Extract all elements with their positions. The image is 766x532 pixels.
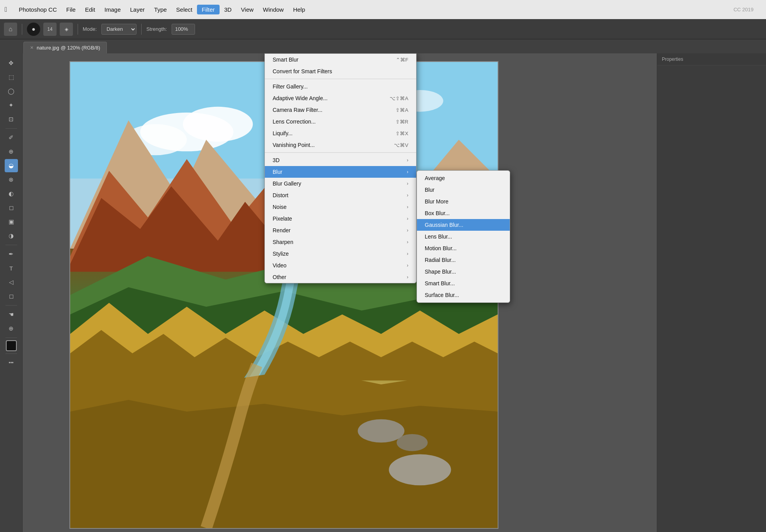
marquee-tool[interactable]: ⬚ [5, 71, 18, 84]
svg-point-20 [389, 454, 451, 486]
menu-type[interactable]: Type [149, 5, 172, 14]
shape-tool[interactable]: ◻ [5, 290, 18, 303]
filter-vanishing-label: Vanishing Point... [273, 142, 315, 148]
menu-photoshop[interactable]: Photoshop CC [14, 5, 62, 14]
pen-tool[interactable]: ✒ [5, 247, 18, 261]
filter-other-label: Other [273, 274, 286, 280]
filter-camera-raw[interactable]: Camera Raw Filter... ⇧⌘A [265, 104, 416, 116]
filter-distort-label: Distort [273, 192, 288, 198]
pressure-btn[interactable]: ◈ [60, 23, 73, 36]
crop-tool[interactable]: ⊡ [5, 113, 18, 126]
filter-render[interactable]: Render › [265, 224, 416, 236]
blur-radial[interactable]: Radial Blur... [417, 254, 510, 266]
filter-pixelate[interactable]: Pixelate › [265, 213, 416, 224]
zoom-tool[interactable]: ⊕ [5, 322, 18, 335]
filter-other[interactable]: Other › [265, 271, 416, 283]
filter-video[interactable]: Video › [265, 260, 416, 271]
blur-average[interactable]: Average [417, 172, 510, 184]
blur-gaussian[interactable]: Gaussian Blur... [417, 219, 510, 231]
foreground-color[interactable] [6, 340, 17, 351]
more-tools[interactable]: ••• [5, 356, 18, 369]
svg-point-3 [183, 107, 253, 142]
apple-menu[interactable]:  [5, 6, 7, 14]
tab-close-icon[interactable]: ✕ [30, 45, 34, 50]
menu-3d[interactable]: 3D [220, 5, 236, 14]
blur-blur[interactable]: Blur [417, 184, 510, 196]
blur-box[interactable]: Box Blur... [417, 207, 510, 219]
filter-noise-label: Noise [273, 204, 287, 210]
filter-video-label: Video [273, 262, 287, 269]
filter-liquify-label: Liquify... [273, 130, 293, 136]
svg-point-19 [397, 434, 428, 451]
filter-3d[interactable]: 3D › [265, 154, 416, 166]
blur-shape[interactable]: Shape Blur... [417, 266, 510, 277]
right-panel: Properties [657, 53, 766, 532]
filter-blur[interactable]: Blur › [265, 166, 416, 178]
eyedropper-tool[interactable]: ✐ [5, 131, 18, 144]
brush-tool[interactable]: ◒ [5, 159, 18, 172]
blur-motion[interactable]: Motion Blur... [417, 242, 510, 254]
brush-size-btn[interactable]: 14 [43, 23, 57, 36]
wand-tool[interactable]: ✦ [5, 99, 18, 112]
menu-help[interactable]: Help [288, 5, 310, 14]
filter-sep-2 [265, 152, 416, 153]
dodge-tool[interactable]: ◑ [5, 229, 18, 242]
filter-liquify[interactable]: Liquify... ⇧⌘X [265, 127, 416, 139]
filter-noise[interactable]: Noise › [265, 201, 416, 213]
eraser-tool[interactable]: ◻ [5, 201, 18, 214]
path-tool[interactable]: ◁ [5, 276, 18, 289]
filter-smart-blur-shortcut: ⌃⌘F [396, 57, 408, 63]
blur-more[interactable]: Blur More [417, 196, 510, 207]
filter-smart-blur[interactable]: Smart Blur ⌃⌘F [265, 54, 416, 65]
clone-tool[interactable]: ⊗ [5, 173, 18, 186]
blur-submenu: Average Blur Blur More Box Blur... Gauss… [417, 170, 510, 303]
filter-camera-raw-shortcut: ⇧⌘A [395, 107, 408, 113]
filter-adaptive[interactable]: Adaptive Wide Angle... ⌥⇧⌘A [265, 92, 416, 104]
filter-sharpen-arrow: › [407, 239, 408, 245]
strength-value[interactable]: 100% [172, 24, 195, 35]
filter-lens-correction-label: Lens Correction... [273, 118, 316, 125]
blur-surface[interactable]: Surface Blur... [417, 289, 510, 301]
tool-sep-5 [5, 353, 17, 354]
menu-window[interactable]: Window [258, 5, 288, 14]
tab-bar: ✕ nature.jpg @ 120% (RGB/8) [0, 39, 766, 53]
document-tab[interactable]: ✕ nature.jpg @ 120% (RGB/8) [23, 42, 107, 53]
filter-stylize[interactable]: Stylize › [265, 248, 416, 260]
menu-edit[interactable]: Edit [80, 5, 100, 14]
move-tool[interactable]: ✥ [5, 57, 18, 70]
tab-filename: nature.jpg @ 120% (RGB/8) [37, 45, 100, 51]
brush-color-btn[interactable]: ● [27, 23, 40, 36]
healing-tool[interactable]: ⊕ [5, 145, 18, 158]
filter-sharpen[interactable]: Sharpen › [265, 236, 416, 248]
text-tool[interactable]: T [5, 262, 18, 275]
filter-blur-gallery[interactable]: Blur Gallery › [265, 178, 416, 189]
tool-sep-4 [5, 338, 17, 338]
filter-blur-label: Blur [273, 169, 282, 175]
menu-file[interactable]: File [62, 5, 80, 14]
home-btn[interactable]: ⌂ [4, 23, 17, 36]
hand-tool[interactable]: ☚ [5, 308, 18, 321]
menu-select[interactable]: Select [172, 5, 197, 14]
filter-gallery[interactable]: Filter Gallery... [265, 81, 416, 92]
lasso-tool[interactable]: ◯ [5, 85, 18, 98]
filter-distort[interactable]: Distort › [265, 189, 416, 201]
filter-convert-smart[interactable]: Convert for Smart Filters [265, 65, 416, 77]
toolbar: ⌂ ● 14 ◈ Mode: Darken Strength: 100% [0, 19, 766, 39]
history-tool[interactable]: ◐ [5, 187, 18, 200]
filter-vanishing[interactable]: Vanishing Point... ⌥⌘V [265, 139, 416, 151]
gradient-tool[interactable]: ▣ [5, 215, 18, 228]
menu-layer[interactable]: Layer [126, 5, 150, 14]
filter-lens-correction[interactable]: Lens Correction... ⇧⌘R [265, 116, 416, 127]
filter-render-arrow: › [407, 228, 408, 233]
toolbar-divider-3 [141, 24, 142, 35]
main-layout: ✥ ⬚ ◯ ✦ ⊡ ✐ ⊕ ◒ ⊗ ◐ ◻ ▣ ◑ ✒ T ◁ ◻ ☚ ⊕ ••… [0, 53, 766, 532]
menu-filter[interactable]: Filter [197, 5, 219, 14]
filter-blur-gallery-label: Blur Gallery [273, 180, 301, 187]
menu-view[interactable]: View [236, 5, 258, 14]
menu-image[interactable]: Image [100, 5, 126, 14]
toolbar-divider-2 [78, 24, 78, 35]
filter-sharpen-label: Sharpen [273, 239, 293, 245]
mode-dropdown[interactable]: Darken [101, 24, 137, 35]
blur-smart[interactable]: Smart Blur... [417, 277, 510, 289]
blur-lens[interactable]: Lens Blur... [417, 231, 510, 242]
